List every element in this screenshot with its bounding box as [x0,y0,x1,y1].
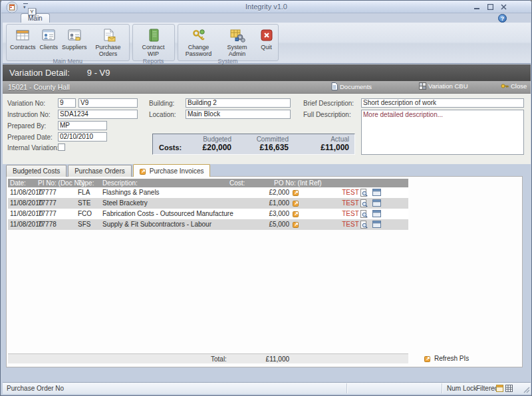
close-form-button[interactable]: Close [501,82,527,90]
contracts-label: Contracts [10,44,36,50]
resize-grip[interactable] [522,385,530,393]
subform-tabs: Budgeted Costs Purchase Orders Purchase … [6,164,211,177]
goto-invoice-icon[interactable] [293,210,300,217]
pi-no-cell: 77777 [38,210,57,217]
documents-button[interactable]: Documents [331,82,372,90]
ribbon-group-system: Change Password System Admin Quit [178,24,279,61]
admin-gears-icon [229,27,245,44]
open-record-window-icon[interactable] [372,221,381,228]
full-description-label: Full Description: [303,111,351,118]
instruction-no-field[interactable]: SDA1234 [58,110,138,119]
tab-budgeted-costs[interactable]: Budgeted Costs [6,165,66,177]
prepared-by-label: Prepared By: [7,122,46,130]
record-header-bar: Variation Detail: 9 - V9 [3,64,531,81]
building-label: Building: [149,100,174,107]
prepared-date-field[interactable]: 02/10/2010 [58,132,107,142]
costs-panel: Costs: Budgeted Committed Actual £20,000… [152,134,355,155]
invoice-row[interactable]: 11/08/201077777FLAFlashings & Panels£2,0… [8,187,408,198]
purchase-invoices-panel: Date: PI No: (Doc No) Type: Description:… [6,176,523,367]
refresh-pis-button[interactable]: Refresh PIs [424,355,469,362]
print-preview-icon[interactable] [360,199,368,207]
print-preview-icon[interactable] [360,189,368,197]
change-password-label: Change Password [182,44,216,57]
suppliers-button[interactable]: Suppliers [60,26,89,51]
invoice-row[interactable]: 11/08/201077777STESteel Bracketry£1,000T… [8,198,408,209]
brief-description-field[interactable]: Short description of work [361,98,524,108]
status-left-text: Purchase Order No [7,385,64,392]
clients-label: Clients [40,44,59,50]
refresh-pis-icon [424,355,432,362]
system-admin-button[interactable]: System Admin [218,26,257,58]
clients-button[interactable]: Clients [38,26,61,51]
brief-description-label: Brief Description: [303,100,354,107]
ribbon: Contracts Clients Suppliers [3,23,531,64]
goto-invoice-icon[interactable] [293,199,300,207]
prepared-by-field[interactable]: MP [58,121,107,130]
keys-icon [191,27,207,44]
pi-type-cell: SFS [78,221,90,228]
ribbon-group-reports: Contract WIP Reports [132,24,175,61]
variation-cbu-icon [419,82,426,90]
quit-button[interactable]: Quit [257,26,277,51]
budgeted-value: £20,000 [203,143,231,152]
variation-no-field[interactable]: 9 [58,98,76,108]
pi-cost-cell: £1,000 [229,199,289,207]
print-preview-icon[interactable] [360,210,368,218]
minimize-button[interactable] [473,3,481,10]
location-label: Location: [149,111,176,118]
change-password-button[interactable]: Change Password [180,26,218,58]
instruction-no-label: Instruction No: [7,111,50,118]
tab-purchase-invoices[interactable]: Purchase Invoices [133,164,211,177]
variation-form: Variation No: 9 V9 Instruction No: SDA12… [3,94,531,164]
pi-cost-cell: £2,000 [229,189,289,196]
tab-purchase-orders[interactable]: Purchase Orders [68,165,132,177]
header-cost: Cost: [229,179,245,187]
contract-wip-button[interactable]: Contract WIP [134,26,173,58]
contracts-table-icon [15,27,31,44]
ribbon-group-main-menu: Contracts Clients Suppliers [6,24,130,61]
contract-bar: 15021 - County Hall Documents Variation … [3,81,531,94]
status-bar: Purchase Order No Num Lock Filtered [3,382,531,394]
pi-description-cell: Flashings & Panels [102,189,160,196]
invoice-row[interactable]: 11/08/201077778SFSSupply & Fit Subcontra… [8,219,408,230]
goto-invoice-icon[interactable] [293,221,300,228]
full-description-field[interactable]: More detailed description... [361,110,524,155]
variation-cbu-button[interactable]: Variation CBU [419,82,468,90]
purchase-orders-button[interactable]: Purchase Orders [89,26,128,58]
pi-type-cell: FLA [78,189,90,196]
window-title: Integrity v1.0 [1,3,531,11]
open-record-window-icon[interactable] [372,199,381,207]
header-date: Date: [10,179,26,187]
app-window: ▾ Integrity v1.0 Main ? Y Contracts [0,0,532,396]
location-field[interactable]: Main Block [186,110,291,119]
close-window-button[interactable] [500,3,507,10]
variation-code-field[interactable]: V9 [78,98,138,108]
contracts-button[interactable]: Contracts [8,26,38,51]
internal-variation-checkbox[interactable] [58,144,65,151]
total-value: £11,000 [229,355,289,363]
open-record-window-icon[interactable] [372,189,381,196]
costs-label: Costs: [159,144,182,151]
datasheet-view-icon[interactable] [505,385,513,392]
purchase-orders-label: Purchase Orders [91,44,126,57]
filtered-indicator: Filtered [476,385,498,392]
clients-card-icon [41,27,57,44]
invoice-row[interactable]: 11/08/201077777FCOFabrication Costs - Ou… [8,209,408,219]
help-icon[interactable]: ? [498,14,507,23]
goto-invoice-icon[interactable] [293,189,300,196]
purchase-orders-icon [100,27,116,44]
title-bar: ▾ Integrity v1.0 [1,1,531,13]
total-bar: Total: £11,000 [8,353,408,363]
print-preview-icon[interactable] [360,221,368,229]
num-lock-indicator: Num Lock [447,385,477,392]
ribbon-tab-row: Main ? [3,13,531,23]
pi-no-cell: 77777 [38,189,57,196]
maximize-button[interactable] [487,3,494,10]
system-admin-label: System Admin [220,44,255,57]
pi-table-rows: 11/08/201077777FLAFlashings & Panels£2,0… [8,187,408,230]
building-field[interactable]: Building 2 [186,98,291,108]
documents-label: Documents [340,83,372,90]
open-record-window-icon[interactable] [372,210,381,217]
committed-value: £16,635 [260,143,289,152]
form-view-icon[interactable] [496,385,503,392]
